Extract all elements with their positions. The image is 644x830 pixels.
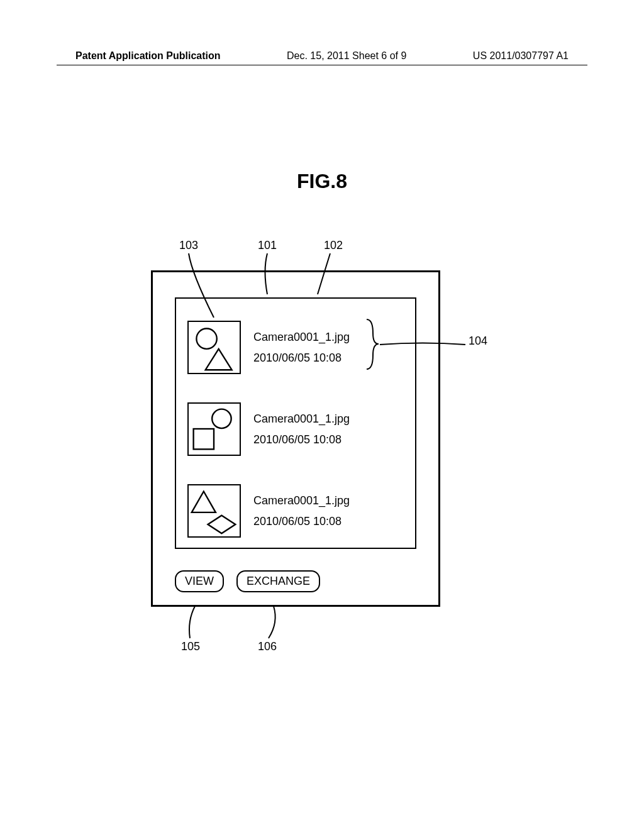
figure-diagram: 103 101 102 Camera0001_1.jpg 2010/06/05 … — [132, 220, 509, 610]
list-item: Camera0001_1.jpg 2010/06/05 10:08 — [187, 402, 350, 456]
button-row: VIEW EXCHANGE — [175, 570, 320, 592]
item-meta: Camera0001_1.jpg 2010/06/05 10:08 — [253, 327, 350, 368]
list-item: Camera0001_1.jpg 2010/06/05 10:08 — [187, 321, 350, 374]
header-left: Patent Application Publication — [75, 50, 221, 62]
item-meta: Camera0001_1.jpg 2010/06/05 10:08 — [253, 409, 350, 450]
item-timestamp: 2010/06/05 10:08 — [253, 348, 350, 368]
svg-rect-2 — [194, 429, 214, 449]
thumbnail-circle-triangle — [187, 321, 241, 374]
list-item: Camera0001_1.jpg 2010/06/05 10:08 — [187, 484, 350, 538]
item-filename: Camera0001_1.jpg — [253, 490, 350, 511]
thumbnail-square-circle — [187, 402, 241, 456]
item-filename: Camera0001_1.jpg — [253, 327, 350, 347]
item-meta: Camera0001_1.jpg 2010/06/05 10:08 — [253, 490, 350, 531]
svg-point-1 — [212, 409, 231, 428]
exchange-button[interactable]: EXCHANGE — [236, 570, 320, 592]
thumbnail-triangle-diamond — [187, 484, 241, 538]
ref-label-101: 101 — [258, 239, 277, 252]
device-outer-box: Camera0001_1.jpg 2010/06/05 10:08 Camera… — [151, 270, 440, 607]
figure-title: FIG.8 — [0, 170, 644, 193]
item-timestamp: 2010/06/05 10:08 — [253, 511, 350, 531]
page-header: Patent Application Publication Dec. 15, … — [0, 50, 644, 62]
item-filename: Camera0001_1.jpg — [253, 409, 350, 429]
view-button[interactable]: VIEW — [175, 570, 224, 592]
ref-label-105: 105 — [181, 640, 200, 653]
item-timestamp: 2010/06/05 10:08 — [253, 429, 350, 450]
ref-label-104: 104 — [469, 335, 487, 348]
header-center: Dec. 15, 2011 Sheet 6 of 9 — [287, 50, 406, 62]
ref-label-102: 102 — [324, 239, 343, 252]
svg-point-0 — [196, 328, 216, 348]
header-rule — [57, 65, 587, 65]
ref-label-106: 106 — [258, 640, 277, 653]
ref-label-103: 103 — [179, 239, 198, 252]
header-right: US 2011/0307797 A1 — [473, 50, 569, 62]
